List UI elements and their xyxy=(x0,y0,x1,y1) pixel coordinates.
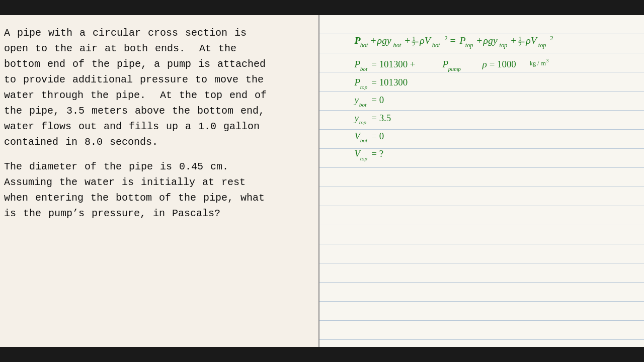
svg-text:top: top xyxy=(360,84,368,90)
svg-text:3: 3 xyxy=(546,58,549,63)
svg-text:P: P xyxy=(354,59,360,69)
svg-text:ρV: ρV xyxy=(419,35,431,46)
svg-text:top: top xyxy=(465,42,473,49)
svg-text:2: 2 xyxy=(518,40,522,48)
left-panel: A pipe with a circular cross section is … xyxy=(0,15,319,347)
svg-text:top: top xyxy=(538,42,546,49)
svg-text:bot: bot xyxy=(360,42,368,49)
svg-text:= 0: = 0 xyxy=(371,131,384,141)
problem-paragraph-1: A pipe with a circular cross section is … xyxy=(4,25,311,150)
svg-text:= 101300: = 101300 xyxy=(371,77,408,87)
svg-text:m: m xyxy=(541,60,546,67)
svg-text:2: 2 xyxy=(550,34,553,42)
svg-text:+: + xyxy=(511,35,516,46)
svg-text:top: top xyxy=(359,119,367,125)
svg-text:bot: bot xyxy=(393,42,401,49)
svg-text:+: + xyxy=(476,35,482,46)
handwriting-area: P bot + ρgy bot + 1 2 ρV bot 2 = P top + xyxy=(350,23,634,186)
svg-text:pump: pump xyxy=(448,66,461,72)
svg-text:P: P xyxy=(442,59,449,69)
svg-text:+: + xyxy=(370,35,376,46)
svg-text:y: y xyxy=(353,113,359,123)
svg-text:/: / xyxy=(537,60,539,67)
problem-paragraph-2: The diameter of the pipe is 0.45 cm. Ass… xyxy=(4,159,311,221)
svg-text:= 3.5: = 3.5 xyxy=(371,113,391,123)
svg-text:+: + xyxy=(405,35,410,46)
svg-text:bot: bot xyxy=(360,66,368,72)
svg-text:2: 2 xyxy=(444,34,448,42)
svg-text:top: top xyxy=(360,155,368,161)
svg-text:P: P xyxy=(354,77,360,87)
svg-text:= 0: = 0 xyxy=(371,95,384,105)
svg-text:ρV: ρV xyxy=(525,35,537,46)
svg-text:P: P xyxy=(459,35,465,46)
math-equations-svg: P bot + ρgy bot + 1 2 ρV bot 2 = P top + xyxy=(350,23,634,184)
content-area: A pipe with a circular cross section is … xyxy=(0,15,644,347)
top-bar xyxy=(0,0,644,15)
svg-text:= ?: = ? xyxy=(371,148,383,159)
svg-text:=: = xyxy=(450,35,456,46)
svg-text:ρ: ρ xyxy=(482,59,487,69)
svg-text:bot: bot xyxy=(359,102,367,108)
svg-text:= 1000: = 1000 xyxy=(490,59,516,69)
svg-text:bot: bot xyxy=(360,137,368,143)
svg-text:bot: bot xyxy=(432,42,440,49)
bottom-bar xyxy=(0,347,644,362)
right-panel: P bot + ρgy bot + 1 2 ρV bot 2 = P top + xyxy=(319,15,644,347)
svg-text:top: top xyxy=(500,42,508,49)
svg-text:kg: kg xyxy=(530,60,536,67)
svg-text:ρgy: ρgy xyxy=(483,35,498,46)
svg-text:y: y xyxy=(353,95,359,105)
svg-text:2: 2 xyxy=(412,40,416,48)
svg-text:= 101300 +: = 101300 + xyxy=(371,59,415,69)
svg-text:ρgy: ρgy xyxy=(377,35,391,46)
